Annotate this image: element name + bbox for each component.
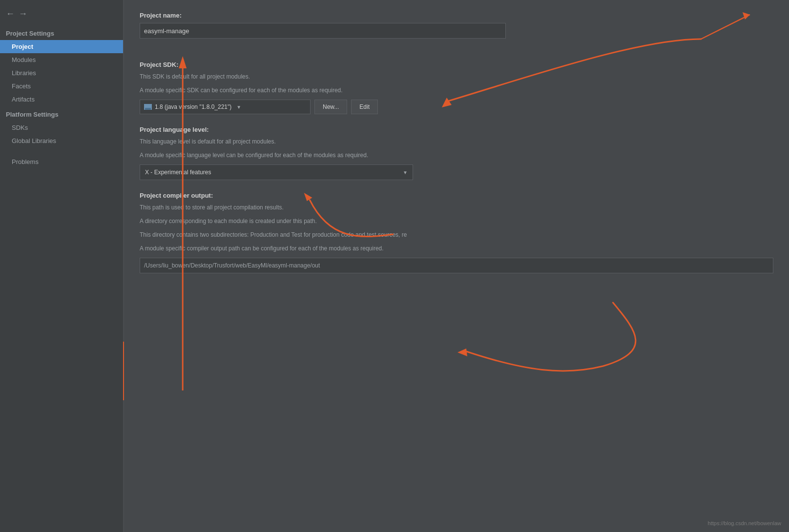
project-language-level-label: Project language level: — [140, 126, 773, 133]
sdk-selector[interactable]: 1.8 (java version "1.8.0_221") ▼ — [140, 100, 311, 114]
content-area: Project name: Project SDK: This SDK is d… — [124, 0, 789, 532]
sidebar: ← → Project Settings Project Modules Lib… — [0, 0, 123, 532]
language-level-desc2: A module specific language level can be … — [140, 151, 773, 160]
project-sdk-section: Project SDK: This SDK is default for all… — [140, 61, 773, 114]
main-container: ← → Project Settings Project Modules Lib… — [0, 0, 789, 532]
project-name-input[interactable] — [140, 23, 506, 39]
project-sdk-desc2: A module specific SDK can be configured … — [140, 86, 773, 95]
compiler-output-input[interactable] — [140, 258, 773, 273]
sidebar-item-modules[interactable]: Modules — [0, 53, 123, 66]
sdk-row: 1.8 (java version "1.8.0_221") ▼ New... … — [140, 100, 773, 114]
watermark: https://blog.csdn.net/bowenlaw — [708, 520, 781, 526]
sidebar-item-sdks[interactable]: SDKs — [0, 121, 123, 134]
new-button[interactable]: New... — [314, 100, 347, 114]
edit-button[interactable]: Edit — [351, 100, 378, 114]
language-level-dropdown[interactable]: X - Experimental features ▼ — [140, 164, 413, 180]
sidebar-item-project[interactable]: Project — [0, 40, 123, 53]
project-sdk-desc1: This SDK is default for all project modu… — [140, 72, 773, 81]
project-compiler-output-label: Project compiler output: — [140, 192, 773, 199]
project-name-label: Project name: — [140, 12, 773, 19]
project-name-section: Project name: — [140, 12, 773, 49]
arrow-compiler-output — [457, 303, 636, 371]
compiler-output-desc2: A directory corresponding to each module… — [140, 217, 773, 225]
project-compiler-output-section: Project compiler output: This path is us… — [140, 192, 773, 273]
compiler-output-desc3: This directory contains two subdirectori… — [140, 230, 773, 239]
back-arrow[interactable]: ← — [6, 9, 15, 19]
language-level-desc1: This language level is default for all p… — [140, 137, 773, 146]
project-settings-section-title: Project Settings — [0, 27, 123, 40]
sdk-dropdown-arrow: ▼ — [236, 104, 241, 110]
project-sdk-label: Project SDK: — [140, 61, 773, 68]
platform-settings-section-title: Platform Settings — [0, 106, 123, 121]
project-language-level-section: Project language level: This language le… — [140, 126, 773, 180]
sidebar-item-artifacts[interactable]: Artifacts — [0, 93, 123, 106]
sidebar-item-global-libraries[interactable]: Global Libraries — [0, 134, 123, 147]
forward-arrow[interactable]: → — [19, 9, 27, 19]
sidebar-item-facets[interactable]: Facets — [0, 80, 123, 93]
sdk-value-text: 1.8 (java version "1.8.0_221") — [155, 103, 231, 110]
vertical-indicator-line — [123, 342, 124, 400]
chevron-down-icon: ▼ — [403, 170, 408, 175]
nav-arrows: ← → — [0, 5, 123, 27]
sdk-icon — [144, 104, 152, 110]
compiler-output-desc4: A module specific compiler output path c… — [140, 244, 773, 253]
sidebar-item-libraries[interactable]: Libraries — [0, 66, 123, 80]
sidebar-item-problems[interactable]: Problems — [0, 155, 123, 168]
language-level-value: X - Experimental features — [145, 169, 211, 176]
compiler-output-desc1: This path is used to store all project c… — [140, 203, 773, 212]
svg-marker-6 — [457, 348, 467, 356]
